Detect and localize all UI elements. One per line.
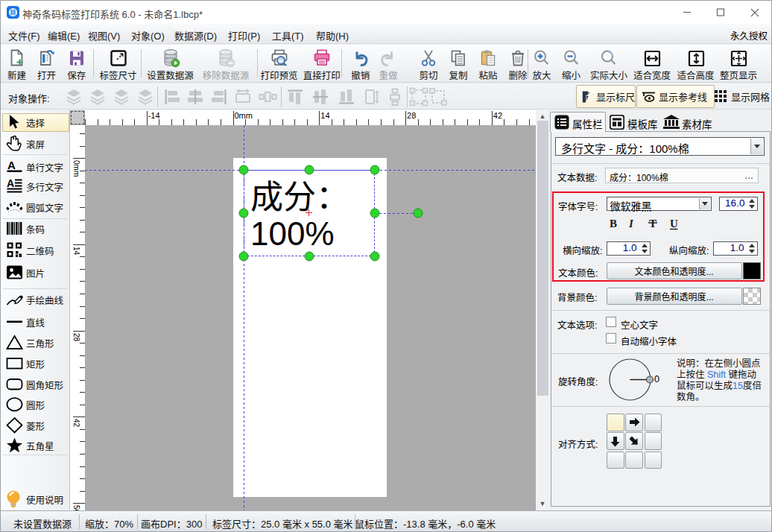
svg-text:T: T: [649, 218, 656, 229]
svg-text:U: U: [670, 218, 678, 229]
svg-text:I: I: [628, 218, 634, 229]
svg-text:B: B: [610, 218, 617, 229]
svg-text:A: A: [7, 159, 16, 171]
svg-text:A: A: [7, 177, 14, 189]
